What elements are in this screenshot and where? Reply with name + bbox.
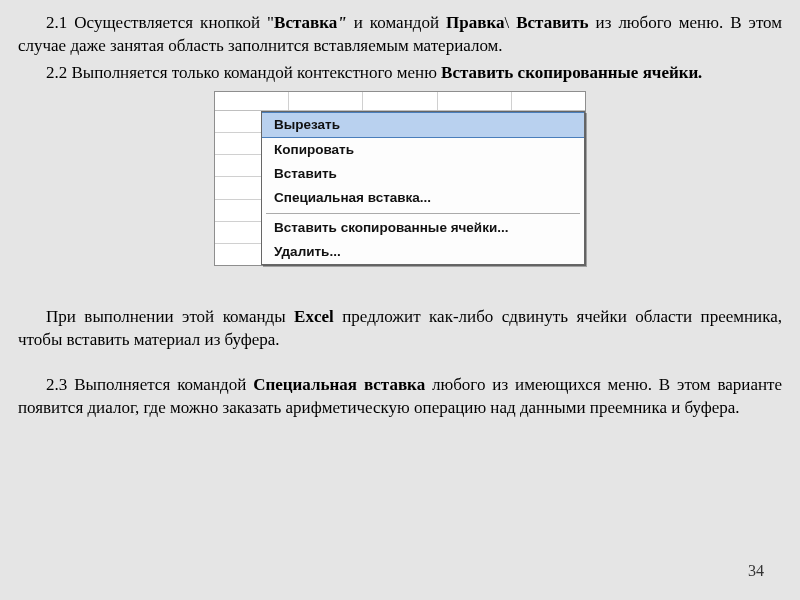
cmd-paste-copied-cells: Вставить скопированные ячейки (441, 63, 698, 82)
context-menu: Вырезать Копировать Вставить Специальная… (261, 111, 585, 265)
text: и командой (347, 13, 446, 32)
paragraph-2-3: 2.3 Выполняется командой Специальная вст… (18, 374, 782, 420)
menu-item-paste[interactable]: Вставить (262, 162, 584, 186)
menu-item-delete[interactable]: Удалить... (262, 240, 584, 264)
paragraph-2-2: 2.2 Выполняется только командой контекст… (18, 62, 782, 85)
grid-side (215, 111, 261, 265)
menu-item-copy[interactable]: Копировать (262, 138, 584, 162)
cmd-vstavit: Вставить (509, 13, 588, 32)
grid-top (215, 92, 585, 111)
text: 2.3 Выполняется командой (46, 375, 253, 394)
cmd-special-paste: Специальная вставка (253, 375, 425, 394)
cmd-pravka: Правка (446, 13, 504, 32)
paragraph-2-1: 2.1 Осуществляется кнопкой "Вставка" и к… (18, 12, 782, 58)
quote: " (337, 13, 346, 32)
page-number: 34 (748, 560, 764, 582)
paragraph-excel: При выполнении этой команды Excel предло… (18, 306, 782, 352)
dot: . (698, 63, 702, 82)
menu-item-paste-special[interactable]: Специальная вставка... (262, 186, 584, 210)
menu-item-cut[interactable]: Вырезать (262, 112, 584, 138)
text: 2.2 Выполняется только командой контекст… (46, 63, 441, 82)
text: При выполнении этой команды (46, 307, 294, 326)
context-menu-illustration: Вырезать Копировать Вставить Специальная… (214, 91, 586, 266)
menu-separator (266, 213, 580, 214)
button-name: Вставка (274, 13, 337, 32)
excel-word: Excel (294, 307, 334, 326)
text: 2.1 Осуществляется кнопкой " (46, 13, 274, 32)
menu-item-paste-copied-cells[interactable]: Вставить скопированные ячейки... (262, 216, 584, 240)
